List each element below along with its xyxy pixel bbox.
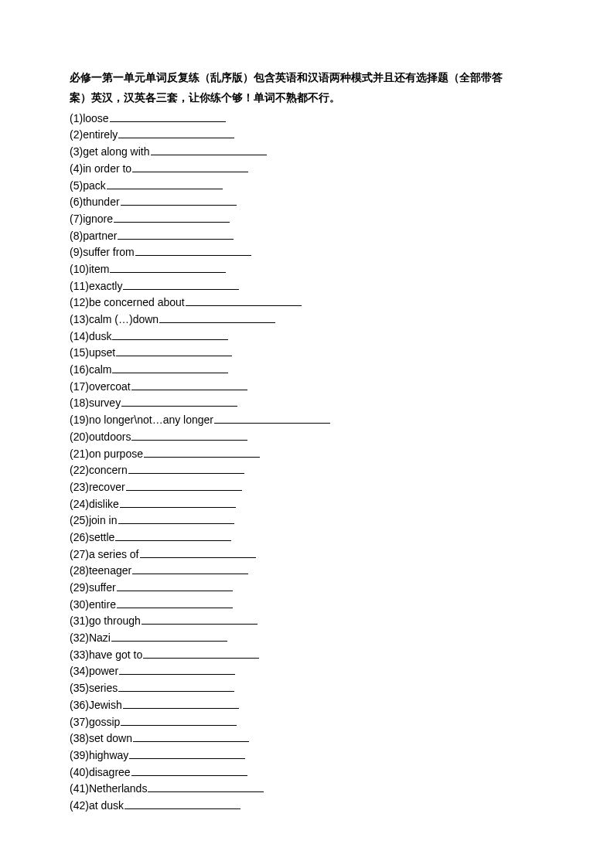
item-word: partner xyxy=(83,228,117,245)
answer-blank[interactable] xyxy=(118,128,234,138)
item-word: disagree xyxy=(89,764,131,781)
answer-blank[interactable] xyxy=(119,664,235,675)
item-word: at dusk xyxy=(89,798,124,815)
item-word: loose xyxy=(83,111,108,128)
answer-blank[interactable] xyxy=(148,781,264,792)
answer-blank[interactable] xyxy=(121,715,237,726)
answer-blank[interactable] xyxy=(159,312,275,323)
answer-blank[interactable] xyxy=(131,765,247,776)
answer-blank[interactable] xyxy=(118,513,234,524)
answer-blank[interactable] xyxy=(118,229,234,240)
item-word: item xyxy=(89,261,109,278)
answer-blank[interactable] xyxy=(132,162,248,172)
vocabulary-item: (37)gossip xyxy=(70,714,544,731)
answer-blank[interactable] xyxy=(121,195,237,206)
item-number: (37) xyxy=(70,714,89,731)
answer-blank[interactable] xyxy=(214,413,330,424)
item-word: join in xyxy=(89,512,118,529)
vocabulary-item: (4)in order to xyxy=(70,161,544,178)
item-word: entire xyxy=(89,597,116,614)
answer-blank[interactable] xyxy=(123,279,239,290)
item-word: suffer from xyxy=(83,244,135,261)
vocabulary-item: (41)Netherlands xyxy=(70,781,544,798)
vocabulary-item: (2)entirely xyxy=(70,127,544,144)
vocabulary-item: (38)set down xyxy=(70,730,544,747)
vocabulary-item: (3)get along with xyxy=(70,144,544,161)
worksheet-title-line2: 案）英汉，汉英各三套，让你练个够！单词不熟都不行。 xyxy=(70,90,544,107)
answer-blank[interactable] xyxy=(118,681,234,692)
item-number: (34) xyxy=(70,663,89,680)
answer-blank[interactable] xyxy=(143,648,259,659)
answer-blank[interactable] xyxy=(112,363,228,373)
answer-blank[interactable] xyxy=(131,430,247,441)
answer-blank[interactable] xyxy=(129,748,245,759)
item-number: (22) xyxy=(70,462,89,479)
answer-blank[interactable] xyxy=(131,380,247,390)
item-word: gossip xyxy=(89,714,120,731)
item-number: (3) xyxy=(70,144,83,161)
item-word: outdoors xyxy=(89,429,131,446)
item-word: on purpose xyxy=(89,446,143,463)
answer-blank[interactable] xyxy=(132,563,248,574)
answer-blank[interactable] xyxy=(125,798,240,809)
worksheet-title-line1: 必修一第一单元单词反复练（乱序版）包含英语和汉语两种模式并且还有选择题（全部带答 xyxy=(70,70,544,87)
item-word: be concerned about xyxy=(89,294,185,311)
item-word: thunder xyxy=(83,194,119,211)
answer-blank[interactable] xyxy=(110,111,226,122)
answer-blank[interactable] xyxy=(117,597,233,608)
item-word: exactly xyxy=(89,278,123,295)
answer-blank[interactable] xyxy=(186,295,302,306)
item-word: Nazi xyxy=(89,630,111,647)
vocabulary-item: (42)at dusk xyxy=(70,798,544,815)
item-word: overcoat xyxy=(89,379,131,396)
item-number: (10) xyxy=(70,261,89,278)
answer-blank[interactable] xyxy=(117,580,233,591)
item-number: (42) xyxy=(70,798,89,815)
answer-blank[interactable] xyxy=(121,396,237,407)
item-word: have got to xyxy=(89,647,142,664)
item-number: (7) xyxy=(70,211,83,228)
item-number: (8) xyxy=(70,228,83,245)
item-word: dusk xyxy=(89,328,112,345)
answer-blank[interactable] xyxy=(151,145,267,155)
vocabulary-item: (14)dusk xyxy=(70,328,544,345)
answer-blank[interactable] xyxy=(107,179,223,189)
item-number: (19) xyxy=(70,412,89,429)
item-number: (29) xyxy=(70,580,89,597)
item-number: (17) xyxy=(70,379,89,396)
item-number: (16) xyxy=(70,362,89,379)
answer-blank[interactable] xyxy=(133,731,249,742)
item-number: (32) xyxy=(70,630,89,647)
vocabulary-item: (13)calm (…)down xyxy=(70,311,544,328)
vocabulary-item: (22)concern xyxy=(70,462,544,479)
answer-blank[interactable] xyxy=(144,447,260,458)
item-number: (4) xyxy=(70,161,83,178)
answer-blank[interactable] xyxy=(114,212,230,223)
answer-blank[interactable] xyxy=(120,497,236,508)
item-word: teenager xyxy=(89,563,131,580)
answer-blank[interactable] xyxy=(140,547,256,558)
answer-blank[interactable] xyxy=(126,480,242,491)
vocabulary-item: (30)entire xyxy=(70,597,544,614)
vocabulary-item: (16)calm xyxy=(70,362,544,379)
vocabulary-item: (34)power xyxy=(70,663,544,680)
vocabulary-item: (12)be concerned about xyxy=(70,294,544,311)
item-word: entirely xyxy=(83,127,118,144)
item-word: set down xyxy=(89,730,132,747)
item-word: suffer xyxy=(89,580,116,597)
item-word: in order to xyxy=(83,161,131,178)
vocabulary-item: (26)settle xyxy=(70,529,544,546)
answer-blank[interactable] xyxy=(111,631,227,642)
answer-blank[interactable] xyxy=(115,530,231,541)
item-number: (24) xyxy=(70,496,89,513)
answer-blank[interactable] xyxy=(112,329,228,340)
answer-blank[interactable] xyxy=(128,463,244,474)
item-word: Jewish xyxy=(89,697,122,714)
answer-blank[interactable] xyxy=(123,698,239,709)
answer-blank[interactable] xyxy=(116,345,232,356)
vocabulary-item: (7)ignore xyxy=(70,211,544,228)
answer-blank[interactable] xyxy=(110,262,226,273)
answer-blank[interactable] xyxy=(135,245,251,256)
item-word: upset xyxy=(89,345,115,362)
answer-blank[interactable] xyxy=(142,614,258,625)
